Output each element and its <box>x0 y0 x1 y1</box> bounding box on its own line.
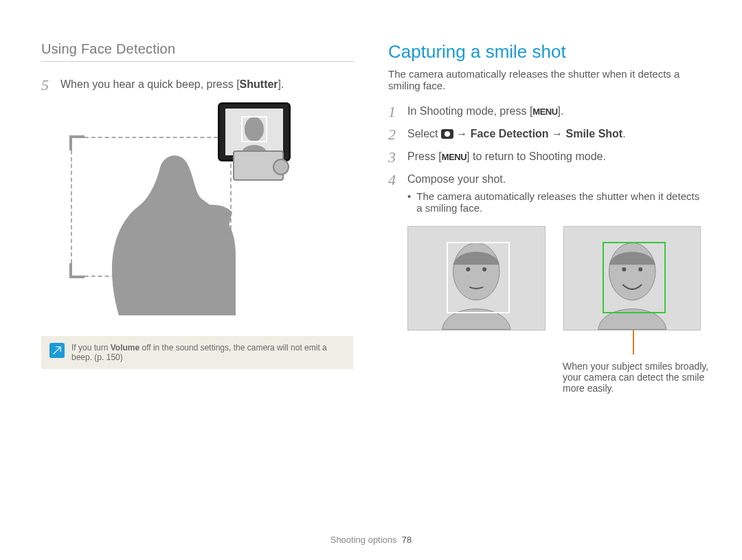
step-text: Press [MENU] to return to Shooting mode. <box>407 149 606 165</box>
step-number: 5 <box>41 77 54 93</box>
person-silhouette <box>91 144 249 315</box>
note-box: If you turn Volume off in the sound sett… <box>41 336 353 369</box>
camera-body <box>233 150 284 181</box>
step-number: 2 <box>388 126 401 142</box>
smile-caption: When your subject smiles broadly, your c… <box>563 361 728 394</box>
text-bold: → Face Detection → Smile Shot <box>453 128 622 139</box>
step-3: 3 Press [MENU] to return to Shooting mod… <box>388 149 701 165</box>
camera-icon <box>441 129 453 139</box>
svg-point-0 <box>245 117 264 142</box>
face-thumb-neutral <box>407 226 546 331</box>
text: ]. <box>278 78 284 90</box>
step-number: 4 <box>388 172 401 188</box>
footer-section: Shooting options <box>330 535 397 545</box>
step-4: 4 Compose your shot. <box>388 172 701 188</box>
step-4-bullet: The camera automatically releases the sh… <box>407 190 701 214</box>
text: In Shooting mode, press [ <box>407 105 532 117</box>
self-portrait-illustration <box>71 102 325 315</box>
text: ] to return to Shooting mode. <box>466 150 606 162</box>
note-icon <box>49 343 65 358</box>
face-detection-box <box>447 242 510 313</box>
lead-text: The camera automatically releases the sh… <box>388 68 701 91</box>
step-number: 3 <box>388 149 401 165</box>
smile-thumbnails <box>407 226 701 331</box>
text: Select <box>407 128 441 139</box>
face-detection-box-green <box>603 242 666 313</box>
text: ]. <box>558 105 564 117</box>
step-text: Compose your shot. <box>407 172 506 188</box>
subsection-title: Capturing a smile shot <box>388 41 701 63</box>
page-footer: Shooting options 78 <box>0 535 742 545</box>
step-text: In Shooting mode, press [MENU]. <box>407 104 564 120</box>
step-1: 1 In Shooting mode, press [MENU]. <box>388 104 701 120</box>
page-number: 78 <box>402 535 412 545</box>
step-2: 2 Select → Face Detection → Smile Shot. <box>388 126 701 142</box>
step-number: 1 <box>388 104 401 120</box>
step-5: 5 When you hear a quick beep, press [Shu… <box>41 77 354 93</box>
section-header: Using Face Detection <box>41 41 354 62</box>
text: Press [ <box>407 150 442 162</box>
text: If you turn <box>71 343 111 352</box>
note-text: If you turn Volume off in the sound sett… <box>71 343 345 362</box>
shutter-label: Shutter <box>240 78 278 90</box>
text: The camera automatically releases the sh… <box>416 190 701 214</box>
text: . <box>622 128 625 139</box>
menu-icon: MENU <box>532 106 557 118</box>
menu-icon: MENU <box>442 151 466 164</box>
text-bold: Volume <box>111 343 139 352</box>
face-thumb-smiling <box>563 226 701 331</box>
step-text: When you hear a quick beep, press [Shutt… <box>60 77 284 93</box>
step-text: Select → Face Detection → Smile Shot. <box>407 126 626 142</box>
text: When you hear a quick beep, press [ <box>60 78 240 90</box>
callout-line <box>633 330 634 355</box>
